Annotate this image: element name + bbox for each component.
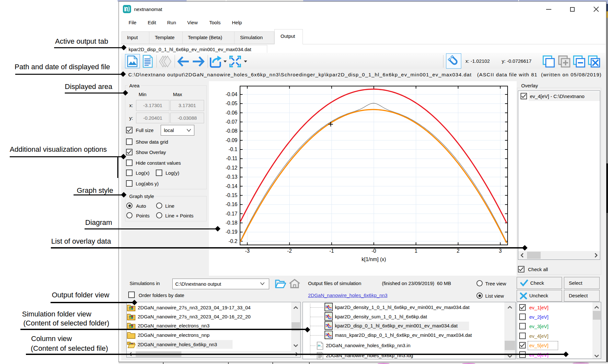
svg-text:-0.04: -0.04 [226,92,238,97]
svg-text:-0.07: -0.07 [226,119,238,125]
svg-text:-0.09: -0.09 [226,138,238,143]
svg-text:-0.18: -0.18 [226,220,238,226]
svg-text:-0.17: -0.17 [226,211,238,216]
svg-text:-2: -2 [287,248,292,254]
svg-text:-0.05: -0.05 [226,101,238,106]
svg-text:-0.14: -0.14 [226,183,238,189]
svg-text:-0: -0 [372,248,376,254]
svg-text:-0.08: -0.08 [226,128,238,134]
svg-text:-0.13: -0.13 [226,174,238,180]
svg-text:-0.15: -0.15 [226,193,238,198]
svg-text:-0.12: -0.12 [226,165,238,171]
svg-text:-1: -1 [329,248,334,254]
svg-text:-0.19: -0.19 [226,229,238,235]
svg-text:-0.2: -0.2 [228,238,237,244]
svg-text:1: 1 [415,248,418,254]
svg-text:-0.1: -0.1 [228,147,237,152]
svg-text:In: In [318,344,321,347]
svg-text:-0.06: -0.06 [226,110,238,116]
svg-text:-0.16: -0.16 [226,202,238,207]
svg-text:2: 2 [457,248,460,254]
svg-text:k[1/nm] (x): k[1/nm] (x) [361,257,386,262]
svg-text:3: 3 [499,248,502,254]
svg-text:-0.11: -0.11 [226,156,237,161]
svg-text:-3: -3 [245,248,249,254]
